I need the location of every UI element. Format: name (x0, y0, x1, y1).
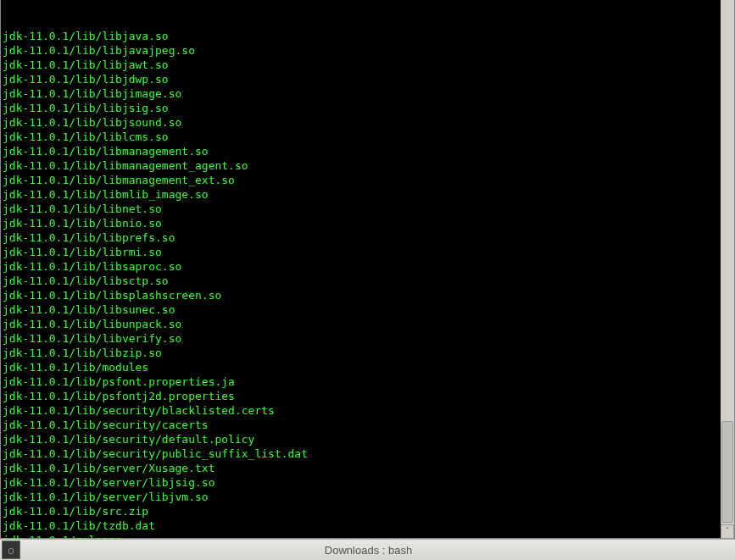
output-line: jdk-11.0.1/lib/server/libjvm.so (3, 490, 732, 504)
output-line: jdk-11.0.1/lib/security/cacerts (3, 418, 732, 432)
output-line: jdk-11.0.1/lib/modules (3, 360, 732, 374)
output-line: jdk-11.0.1/lib/libjdwp.so (3, 72, 732, 86)
output-line: jdk-11.0.1/lib/tzdb.dat (3, 518, 732, 533)
output-line: jdk-11.0.1/lib/server/libjsig.so (3, 475, 732, 490)
output-line: jdk-11.0.1/lib/libmanagement_ext.so (3, 173, 732, 187)
output-line: jdk-11.0.1/lib/libjavajpeg.so (3, 43, 732, 58)
output-line: jdk-11.0.1/lib/liblcms.so (3, 130, 732, 144)
output-line: jdk-11.0.1/lib/security/public_suffix_li… (3, 446, 732, 461)
scrollbar-thumb[interactable] (721, 421, 733, 523)
output-line: jdk-11.0.1/lib/libjava.so (3, 29, 732, 43)
output-line: jdk-11.0.1/lib/libjawt.so (3, 58, 732, 72)
output-line: jdk-11.0.1/lib/libmanagement.so (3, 144, 732, 158)
output-line: jdk-11.0.1/lib/security/blacklisted.cert… (3, 403, 732, 418)
output-line: jdk-11.0.1/lib/server/Xusage.txt (3, 461, 732, 475)
output-line: jdk-11.0.1/lib/psfont.properties.ja (3, 374, 732, 389)
terminal-output[interactable]: jdk-11.0.1/lib/libjava.sojdk-11.0.1/lib/… (1, 0, 734, 560)
scrollbar[interactable]: ˇ (721, 0, 734, 539)
output-line: jdk-11.0.1/lib/librmi.so (3, 245, 732, 259)
output-line: jdk-11.0.1/lib/libmlib_image.so (3, 187, 732, 202)
output-line: jdk-11.0.1/lib/libverify.so (3, 331, 732, 346)
output-line: jdk-11.0.1/lib/libsctp.so (3, 274, 732, 288)
chevron-down-icon: ˇ (725, 527, 729, 535)
output-line: jdk-11.0.1/lib/libprefs.so (3, 230, 732, 245)
terminal-icon: ▢ (8, 543, 14, 557)
output-line: jdk-11.0.1/lib/libsaproc.so (3, 259, 732, 274)
output-line: jdk-11.0.1/lib/libsplashscreen.so (3, 288, 732, 302)
output-line: jdk-11.0.1/lib/libjsig.so (3, 101, 732, 115)
terminal-app-icon[interactable]: ▢ (2, 541, 20, 559)
terminal-window: jdk-11.0.1/lib/libjava.sojdk-11.0.1/lib/… (0, 0, 735, 539)
output-line: jdk-11.0.1/lib/security/default.policy (3, 432, 732, 446)
scrollbar-down-button[interactable]: ˇ (721, 524, 734, 539)
output-line: jdk-11.0.1/lib/psfontj2d.properties (3, 389, 732, 403)
output-line: jdk-11.0.1/lib/libsunec.so (3, 302, 732, 317)
output-line: jdk-11.0.1/lib/libjimage.so (3, 86, 732, 101)
output-line: jdk-11.0.1/lib/libnet.so (3, 202, 732, 216)
output-line: jdk-11.0.1/lib/libjsound.so (3, 115, 732, 130)
taskbar-window-title[interactable]: Downloads : bash (20, 543, 735, 557)
output-line: jdk-11.0.1/lib/libnio.so (3, 216, 732, 230)
taskbar: ▢ Downloads : bash (0, 539, 735, 560)
output-line: jdk-11.0.1/lib/libunpack.so (3, 317, 732, 331)
output-line: jdk-11.0.1/lib/libmanagement_agent.so (3, 158, 732, 173)
output-line: jdk-11.0.1/lib/libzip.so (3, 346, 732, 360)
output-line: jdk-11.0.1/lib/src.zip (3, 504, 732, 518)
